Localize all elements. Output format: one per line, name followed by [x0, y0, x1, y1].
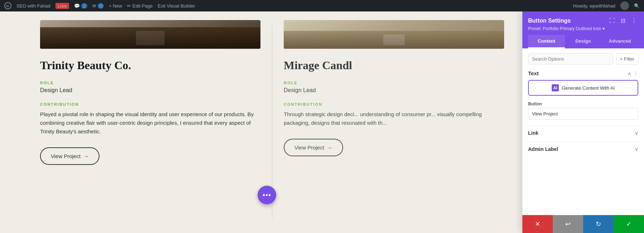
card-1-view-project-btn[interactable]: View Project →: [40, 147, 99, 165]
admin-bar-left: W SEO with Fahad Live 💬 2 ✉ 0 + New ✏ Ed…: [4, 2, 567, 9]
fab-dots-icon: •••: [263, 191, 271, 199]
panel-more-btn[interactable]: ⋮: [630, 16, 638, 25]
wp-logo-icon[interactable]: W: [4, 2, 11, 9]
fab-button[interactable]: •••: [258, 186, 276, 204]
search-options-input[interactable]: [528, 53, 613, 65]
comments-icon: 💬: [74, 3, 80, 9]
ai-generate-button[interactable]: AI Generate Content With AI: [528, 80, 638, 96]
card-2-contribution-text: Through strategic design deci... underst…: [284, 110, 504, 127]
panel-preset-label: Preset: Portfolio Primary Outlined Icon: [528, 26, 601, 31]
search-filter-row: + Filter: [528, 53, 638, 65]
avatar: [620, 1, 629, 10]
panel-header-top: Button Settings ⛶ ⊟ ⋮: [528, 16, 638, 25]
side-panel: Button Settings ⛶ ⊟ ⋮ Preset: Portfolio …: [522, 11, 644, 233]
tab-content[interactable]: Content: [528, 35, 565, 48]
comments-count: 2: [81, 3, 87, 9]
admin-label-section-header[interactable]: Admin Label ∨: [528, 146, 638, 152]
ai-icon: AI: [552, 84, 559, 91]
link-section-header[interactable]: Link ∨: [528, 130, 638, 136]
text-section: Text ∧ ⋮ AI Generate Content With AI: [528, 70, 638, 96]
panel-tabs: Content Design Advanced: [528, 35, 638, 48]
edit-page-link[interactable]: ✏ Edit Page: [127, 3, 152, 9]
comments-link[interactable]: 💬 2: [74, 3, 87, 9]
new-link[interactable]: + New: [109, 3, 122, 9]
filter-label: Filter: [624, 56, 634, 62]
text-section-title: Text: [528, 70, 539, 76]
tab-advanced[interactable]: Advanced: [601, 35, 638, 48]
card-2-role: Design Lead: [284, 87, 504, 94]
panel-header-icons: ⛶ ⊟ ⋮: [608, 16, 638, 25]
card-1-role: Design Lead: [40, 87, 260, 94]
svg-text:W: W: [6, 4, 9, 8]
panel-footer: ✕ ↩ ↻ ✓: [522, 215, 644, 233]
filter-button[interactable]: + Filter: [616, 53, 638, 65]
exit-visual-builder-link[interactable]: Exit Visual Builder: [158, 3, 195, 9]
admin-bar: W SEO with Fahad Live 💬 2 ✉ 0 + New ✏ Ed…: [0, 0, 644, 11]
panel-body: + Filter Text ∧ ⋮ AI Generate Content Wi: [522, 48, 644, 215]
messages-count: 0: [98, 3, 104, 9]
text-section-header: Text ∧ ⋮: [528, 70, 638, 76]
site-name-link[interactable]: SEO with Fahad: [16, 3, 50, 9]
admin-label-title: Admin Label: [528, 146, 558, 152]
save-button[interactable]: ✓: [614, 215, 644, 233]
text-collapse-btn[interactable]: ∧: [628, 71, 631, 76]
messages-link[interactable]: ✉ 0: [92, 3, 104, 9]
text-section-icons: ∧ ⋮: [628, 71, 638, 76]
card-1-role-label: ROLE: [40, 81, 260, 85]
search-icon: 🔍: [634, 3, 640, 9]
link-section: Link ∨: [528, 125, 638, 136]
button-input-label: Button: [528, 101, 638, 106]
card-2-image: [284, 20, 504, 49]
tab-design[interactable]: Design: [565, 35, 602, 48]
howdy-link[interactable]: Howdy, wpwithfahad: [573, 3, 615, 9]
card-1-btn-arrow: →: [83, 153, 89, 159]
filter-icon: +: [620, 56, 623, 62]
card-2: Mirage Candl ROLE Design Lead CONTRIBUTI…: [272, 11, 516, 171]
card-1-contribution-text: Played a pivotal role in shaping the vis…: [40, 110, 260, 136]
pencil-icon: ✏: [127, 3, 131, 9]
panel-columns-btn[interactable]: ⊟: [619, 16, 627, 25]
admin-label-chevron-icon: ∨: [635, 146, 638, 152]
ai-btn-container: AI Generate Content With AI: [528, 80, 638, 96]
panel-header: Button Settings ⛶ ⊟ ⋮ Preset: Portfolio …: [522, 11, 644, 48]
messages-icon: ✉: [92, 3, 96, 9]
card-1-btn-label: View Project: [51, 153, 80, 159]
card-1-contribution-label: CONTRIBUTION: [40, 102, 260, 106]
chevron-down-icon: ▾: [602, 26, 605, 31]
link-chevron-icon: ∨: [635, 130, 638, 136]
link-section-title: Link: [528, 130, 538, 136]
panel-preset[interactable]: Preset: Portfolio Primary Outlined Icon …: [528, 26, 638, 31]
card-2-view-project-btn[interactable]: View Project →: [284, 139, 343, 156]
button-text-input[interactable]: [528, 108, 638, 120]
card-1: Trinity Beauty Co. ROLE Design Lead CONT…: [29, 11, 272, 179]
text-options-btn[interactable]: ⋮: [633, 71, 638, 76]
card-1-image: [40, 20, 260, 49]
main-content: Trinity Beauty Co. ROLE Design Lead CONT…: [0, 11, 644, 233]
panel-title: Button Settings: [528, 18, 571, 24]
card-2-btn-arrow: →: [327, 144, 332, 151]
panel-expand-btn[interactable]: ⛶: [608, 17, 616, 25]
card-1-title: Trinity Beauty Co.: [40, 59, 260, 72]
cancel-button[interactable]: ✕: [522, 215, 553, 233]
card-2-title: Mirage Candl: [284, 59, 504, 72]
card-2-role-label: ROLE: [284, 81, 504, 85]
redo-button[interactable]: ↻: [583, 215, 614, 233]
undo-button[interactable]: ↩: [553, 215, 583, 233]
card-2-contribution-label: CONTRIBUTION: [284, 102, 504, 106]
admin-label-section: Admin Label ∨: [528, 142, 638, 152]
live-badge: Live: [55, 3, 69, 9]
admin-bar-right: Howdy, wpwithfahad 🔍: [573, 1, 640, 10]
button-input-section: Button: [528, 101, 638, 120]
search-link[interactable]: 🔍: [634, 3, 640, 9]
card-2-btn-label: View Project: [294, 144, 324, 151]
ai-generate-label: Generate Content With AI: [562, 85, 615, 91]
